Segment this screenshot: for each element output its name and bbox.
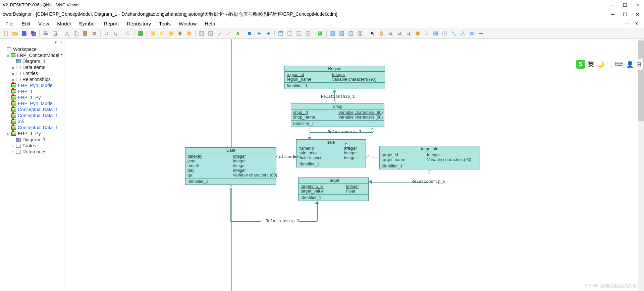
- pd-maximize-button[interactable]: ☐: [623, 12, 627, 17]
- vnc-maximize-button[interactable]: ☐: [623, 2, 627, 8]
- menu-report[interactable]: Report: [100, 20, 123, 27]
- new-icon[interactable]: [2, 29, 10, 38]
- tb-b-icon[interactable]: [158, 29, 166, 38]
- open-icon[interactable]: [11, 29, 19, 38]
- win1-icon[interactable]: [277, 29, 285, 38]
- entity-sale[interactable]: saleframenoIntegersale_priceIntegerfacto…: [296, 139, 366, 167]
- vnc-close-button[interactable]: ✕: [636, 2, 640, 8]
- prev-icon[interactable]: [246, 29, 254, 38]
- menu-edit[interactable]: Edit: [17, 20, 34, 27]
- mdi-minimize-button[interactable]: ─: [625, 21, 628, 26]
- link-icon[interactable]: [477, 29, 485, 38]
- assoc-icon[interactable]: [468, 29, 476, 38]
- menu-symbol[interactable]: Symbol: [75, 20, 100, 27]
- menu-view[interactable]: View: [34, 20, 53, 27]
- tb-a-icon[interactable]: [149, 29, 157, 38]
- pd-close-button[interactable]: ✕: [636, 12, 640, 17]
- tree-item[interactable]: ⊞Relationships: [0, 76, 64, 82]
- undo-icon[interactable]: [103, 29, 111, 38]
- tree-item[interactable]: +Conceptual Data_1: [0, 113, 64, 119]
- entity-icon[interactable]: [432, 29, 440, 38]
- text-icon[interactable]: A: [234, 29, 242, 38]
- scissors-icon[interactable]: [423, 29, 431, 38]
- vnc-minimize-button[interactable]: ─: [611, 2, 614, 8]
- tree-item[interactable]: +Conceptual Data_1: [0, 106, 64, 113]
- tree-item[interactable]: +ERP_Pyh_Model: [0, 100, 64, 106]
- cut-icon[interactable]: [63, 29, 71, 38]
- zoomext-icon[interactable]: [414, 29, 422, 38]
- tree-item[interactable]: +ERP_Pyh_Model: [0, 82, 64, 88]
- sidebar-dropdown-icon[interactable]: ▼: [54, 41, 57, 44]
- sidebar-close-icon[interactable]: ×: [60, 41, 62, 44]
- ime-lang[interactable]: 英: [588, 60, 594, 68]
- win3-icon[interactable]: [295, 29, 303, 38]
- tb-f-icon[interactable]: [198, 29, 206, 38]
- tree-item[interactable]: +mli: [0, 119, 64, 125]
- paste-icon[interactable]: [81, 29, 89, 38]
- tree-item[interactable]: ⊟ERP_ConceptModel *: [0, 52, 64, 58]
- back-icon[interactable]: [255, 29, 263, 38]
- comma-icon[interactable]: ,: [610, 61, 612, 68]
- pen-icon[interactable]: [216, 29, 224, 38]
- relation-icon[interactable]: [450, 29, 458, 38]
- wand-icon[interactable]: [225, 29, 233, 38]
- punct-icon[interactable]: ': [607, 61, 608, 68]
- menu-repository[interactable]: Repository: [123, 20, 155, 27]
- forward-icon[interactable]: [264, 29, 272, 38]
- tree-item[interactable]: +Diagram_1: [0, 137, 64, 143]
- menu-model[interactable]: Model: [53, 20, 75, 27]
- properties-icon[interactable]: [137, 29, 145, 38]
- delete-icon[interactable]: [90, 29, 98, 38]
- grid4-icon[interactable]: ⊞: [636, 61, 641, 68]
- browser-tree[interactable]: +Workspace⊟ERP_ConceptModel *+Diagram_1⊞…: [0, 46, 64, 291]
- pd-minimize-button[interactable]: ─: [611, 12, 614, 17]
- hand-icon[interactable]: [377, 29, 385, 38]
- sel2-icon[interactable]: [338, 29, 346, 38]
- ime-floatbar[interactable]: S 英 🌙 ' , ⌨ 👤 ⊞: [575, 59, 643, 70]
- tb-d-icon[interactable]: [176, 29, 184, 38]
- zoomin-icon[interactable]: [386, 29, 394, 38]
- pointer-icon[interactable]: [368, 29, 376, 38]
- img-icon[interactable]: [316, 29, 324, 38]
- tree-item[interactable]: ⊞Entities: [0, 70, 64, 76]
- sel3-icon[interactable]: [347, 29, 355, 38]
- menu-file[interactable]: File: [1, 20, 17, 27]
- grid-icon[interactable]: [356, 29, 364, 38]
- win2-icon[interactable]: [286, 29, 294, 38]
- keyboard-icon[interactable]: ⌨: [615, 61, 624, 68]
- tb-g-icon[interactable]: [207, 29, 215, 38]
- mdi-close-button[interactable]: ✕: [635, 21, 639, 26]
- tree-item[interactable]: +Conceptual Data_1: [0, 125, 64, 131]
- menu-window[interactable]: Window: [175, 20, 201, 27]
- table-icon[interactable]: [441, 29, 449, 38]
- sel1-icon[interactable]: [329, 29, 337, 38]
- copy-icon[interactable]: [72, 29, 80, 38]
- entity-target[interactable]: Targettargetinfo_idIntegertarget_valueFl…: [298, 177, 369, 201]
- print-icon[interactable]: [42, 29, 50, 38]
- entity-shop[interactable]: Shopshop_idVariable characters (90)shop_…: [291, 103, 384, 127]
- entity-targetinfo[interactable]: targetinfotarget_idIntegertarget_nameVar…: [379, 146, 480, 169]
- zoomfit-icon[interactable]: [405, 29, 413, 38]
- diagram-canvas[interactable]: Regionregion_idIntegerregion_nameVariabl…: [64, 39, 644, 291]
- find-icon[interactable]: [124, 29, 132, 38]
- tree-item[interactable]: +Diagram_1: [0, 58, 64, 64]
- save-icon[interactable]: [20, 29, 28, 38]
- zoomout-icon[interactable]: [395, 29, 404, 38]
- menu-help[interactable]: Help: [201, 20, 219, 27]
- saveall-icon[interactable]: [29, 29, 37, 38]
- sogou-icon[interactable]: S: [576, 60, 585, 69]
- moon-icon[interactable]: 🌙: [597, 61, 604, 68]
- vertical-scrollbar[interactable]: [638, 39, 644, 291]
- user-icon[interactable]: 👤: [626, 61, 634, 68]
- tree-item[interactable]: ⊞Tables: [0, 143, 64, 149]
- menu-tools[interactable]: Tools: [155, 20, 175, 27]
- redo-icon[interactable]: [112, 29, 120, 38]
- tree-item[interactable]: +Workspace: [0, 46, 64, 52]
- tb-e-icon[interactable]: [185, 29, 193, 38]
- tree-item[interactable]: ⊟ERP_1_Py: [0, 131, 64, 137]
- tree-item[interactable]: ⊞References: [0, 149, 64, 155]
- entity-region[interactable]: Regionregion_idIntegerregion_nameVariabl…: [284, 66, 385, 89]
- preview-icon[interactable]: [51, 29, 59, 38]
- win4-icon[interactable]: [304, 29, 312, 38]
- inherit-icon[interactable]: [459, 29, 467, 38]
